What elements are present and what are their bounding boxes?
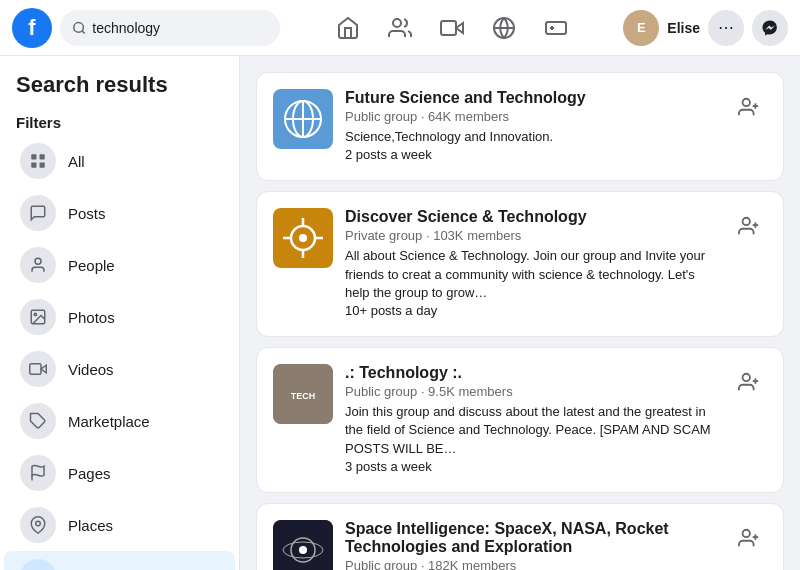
- nav-friends[interactable]: [374, 6, 426, 50]
- result-body: .: Technology :. Public group · 9.5K mem…: [345, 364, 719, 476]
- filters-label: Filters: [0, 106, 239, 135]
- result-body: Future Science and Technology Public gro…: [345, 89, 719, 164]
- main-layout: Search results Filters All Posts People: [0, 56, 800, 570]
- svg-line-1: [82, 30, 85, 33]
- result-card: Future Science and Technology Public gro…: [256, 72, 784, 181]
- sidebar-item-label: Posts: [68, 205, 106, 222]
- result-desc: Join this group and discuss about the la…: [345, 403, 719, 476]
- add-group-button[interactable]: [731, 364, 767, 400]
- result-avatar: [273, 520, 333, 570]
- flag-icon: [20, 455, 56, 491]
- add-group-button[interactable]: [731, 89, 767, 125]
- sidebar-item-posts[interactable]: Posts: [4, 187, 235, 239]
- sidebar-item-label: Places: [68, 517, 113, 534]
- sidebar-item-pages[interactable]: Pages: [4, 447, 235, 499]
- add-group-button[interactable]: [731, 208, 767, 244]
- comment-icon: [20, 195, 56, 231]
- nav-marketplace[interactable]: [478, 6, 530, 50]
- result-title: Future Science and Technology: [345, 89, 719, 107]
- person-icon: [20, 247, 56, 283]
- video-icon: [20, 351, 56, 387]
- result-meta: Public group · 64K members: [345, 109, 719, 124]
- svg-point-34: [299, 234, 307, 242]
- svg-point-44: [743, 374, 750, 381]
- result-meta: Private group · 103K members: [345, 228, 719, 243]
- result-avatar: [273, 89, 333, 149]
- tag-icon: [20, 403, 56, 439]
- svg-point-49: [299, 546, 307, 554]
- sidebar-item-all[interactable]: All: [4, 135, 235, 187]
- messenger-button[interactable]: [752, 10, 788, 46]
- apps-button[interactable]: ⋯: [708, 10, 744, 46]
- top-nav: f E Elise ⋯: [0, 0, 800, 56]
- result-title: Discover Science & Technology: [345, 208, 719, 226]
- result-body: Space Intelligence: SpaceX, NASA, Rocket…: [345, 520, 719, 570]
- user-name: Elise: [667, 20, 700, 36]
- svg-rect-4: [441, 21, 456, 35]
- sidebar-item-label: All: [68, 153, 85, 170]
- result-desc: Science,Technology and Innovation.2 post…: [345, 128, 719, 164]
- result-avatar: TECH: [273, 364, 333, 424]
- sidebar-item-marketplace[interactable]: Marketplace: [4, 395, 235, 447]
- svg-point-19: [36, 521, 41, 526]
- sidebar-item-label: People: [68, 257, 115, 274]
- sidebar-item-photos[interactable]: Photos: [4, 291, 235, 343]
- sidebar-title: Search results: [0, 68, 239, 106]
- sidebar-item-label: Photos: [68, 309, 115, 326]
- search-bar[interactable]: [60, 10, 280, 46]
- grid-icon: [20, 143, 56, 179]
- result-desc: All about Science & Technology. Join our…: [345, 247, 719, 320]
- svg-text:TECH: TECH: [291, 391, 316, 401]
- groups-icon: [20, 559, 56, 570]
- nav-right: E Elise ⋯: [623, 10, 788, 46]
- result-card: Space Intelligence: SpaceX, NASA, Rocket…: [256, 503, 784, 570]
- nav-icons: [288, 6, 615, 50]
- facebook-logo: f: [12, 8, 52, 48]
- add-group-button[interactable]: [731, 520, 767, 556]
- svg-marker-15: [41, 365, 46, 373]
- svg-rect-11: [40, 163, 45, 168]
- result-card: Discover Science & Technology Private gr…: [256, 191, 784, 337]
- svg-point-2: [393, 19, 401, 27]
- search-icon: [72, 20, 86, 36]
- content-area: Future Science and Technology Public gro…: [240, 56, 800, 570]
- sidebar-item-videos[interactable]: Videos: [4, 343, 235, 395]
- nav-home[interactable]: [322, 6, 374, 50]
- sidebar-item-label: Pages: [68, 465, 111, 482]
- result-title: Space Intelligence: SpaceX, NASA, Rocket…: [345, 520, 719, 556]
- result-body: Discover Science & Technology Private gr…: [345, 208, 719, 320]
- svg-rect-9: [40, 154, 45, 159]
- sidebar-item-people[interactable]: People: [4, 239, 235, 291]
- svg-rect-10: [31, 163, 36, 168]
- result-card: TECH .: Technology :. Public group · 9.5…: [256, 347, 784, 493]
- sidebar-item-groups[interactable]: Groups: [4, 551, 235, 570]
- photo-icon: [20, 299, 56, 335]
- svg-rect-8: [31, 154, 36, 159]
- sidebar-item-label: Marketplace: [68, 413, 150, 430]
- sidebar: Search results Filters All Posts People: [0, 56, 240, 570]
- svg-point-51: [743, 530, 750, 537]
- sidebar-item-places[interactable]: Places: [4, 499, 235, 551]
- search-input[interactable]: [92, 20, 268, 36]
- svg-point-0: [74, 22, 84, 32]
- svg-rect-16: [30, 364, 41, 375]
- svg-marker-3: [456, 23, 463, 33]
- sidebar-item-label: Videos: [68, 361, 114, 378]
- nav-watch[interactable]: [426, 6, 478, 50]
- nav-gaming[interactable]: [530, 6, 582, 50]
- avatar[interactable]: E: [623, 10, 659, 46]
- result-title: .: Technology :.: [345, 364, 719, 382]
- result-meta: Public group · 9.5K members: [345, 384, 719, 399]
- svg-point-39: [743, 218, 750, 225]
- svg-point-12: [35, 258, 41, 264]
- svg-point-14: [34, 313, 36, 315]
- svg-point-29: [743, 99, 750, 106]
- result-meta: Public group · 182K members: [345, 558, 719, 570]
- location-icon: [20, 507, 56, 543]
- result-avatar: [273, 208, 333, 268]
